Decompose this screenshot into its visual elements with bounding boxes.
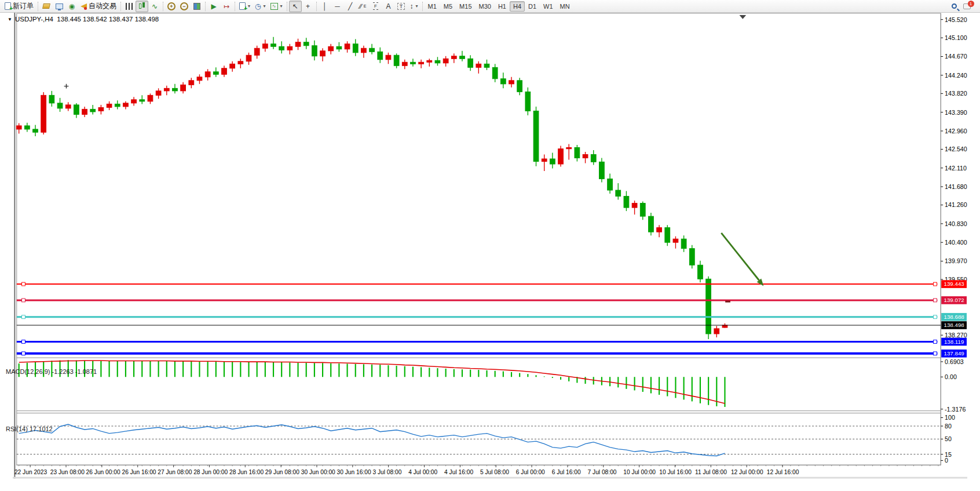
svg-text:141.680: 141.680 [945,183,967,190]
candle-body [41,95,46,132]
candle-body [131,100,137,103]
chart-dropdown-icon[interactable]: ▼ [8,17,12,22]
clock-icon: ◷ [255,3,261,10]
crosshair-icon: + [306,3,310,10]
search-button[interactable] [948,1,960,12]
svg-text:139.970: 139.970 [945,257,967,264]
new-order-button[interactable]: + 新订单 [2,1,36,12]
zoom-out-button[interactable]: − [178,1,191,12]
time-label: 4 Jul 00:00 [408,469,437,475]
periods-button[interactable]: ◷ ▾ [253,1,268,12]
time-label: 30 Jun 00:00 [301,469,335,475]
line-anchor[interactable] [22,352,25,355]
timeframe-mn[interactable]: MN [557,1,573,12]
tile-windows-button[interactable] [191,1,203,12]
new-order-icon: + [5,2,11,10]
market-depth-button[interactable] [40,1,53,12]
price-badge-label: 139.072 [944,297,964,303]
line-anchor[interactable] [934,299,937,302]
zoom-in-button[interactable]: + [165,1,178,12]
text-button[interactable]: A [382,1,395,12]
line-anchor[interactable] [934,352,937,355]
bar-chart-button[interactable] [123,1,136,12]
svg-text:144.240: 144.240 [945,72,967,79]
line-anchor[interactable] [22,340,25,344]
rsi-indicator-label: RSI(14) 17.1012 [6,425,53,432]
chevron-down-icon[interactable]: ▾ [248,3,250,9]
time-label: 26 Jun 00:00 [86,469,120,475]
templates-button[interactable]: ∿ ▾ [268,1,285,12]
chart-window[interactable]: 145.520145.100144.670144.240143.820143.3… [0,13,980,491]
timeframe-m1[interactable]: M1 [425,1,440,12]
line-anchor[interactable] [22,299,25,302]
time-label: 3 Jul 08:00 [372,469,401,475]
text-icon: A [386,3,391,10]
chart-shift-button[interactable]: ↦ [220,1,233,12]
text-label-icon: T [397,3,405,10]
line-anchor[interactable] [22,282,25,286]
chevron-down-icon[interactable]: ▾ [416,3,418,9]
time-label: 12 Jul 16:00 [767,469,799,475]
svg-text:142.110: 142.110 [945,165,967,172]
chevron-down-icon[interactable]: ▾ [264,3,266,9]
candlestick-chart-button[interactable] [136,1,148,12]
candle-body [550,159,555,164]
timeframe-h1[interactable]: H1 [495,1,510,12]
line-anchor[interactable] [934,340,937,344]
svg-text:0.00: 0.00 [945,373,957,380]
timeframe-h4[interactable]: H4 [510,1,525,12]
text-label-button[interactable]: T [395,1,408,12]
strategy-tester-button[interactable] [53,1,65,12]
arrows-button[interactable]: ↕ ▾ [408,1,420,12]
candle-body [279,46,284,50]
candle-body [665,228,670,243]
template-icon: ∿ [270,3,278,10]
svg-text:141.260: 141.260 [945,201,967,208]
main-toolbar: + 新订单 ◉ 自动交易 ∿ + − ▶ ↦ + ▾ ◷ ▾ ∿ ▾ ↖ + │… [0,0,980,13]
cursor-button[interactable]: ↖ [289,1,302,12]
chat-bubble-icon: 1 [963,3,971,9]
vertical-line-icon: │ [323,3,327,10]
time-label: 28 Jun 16:00 [229,469,264,475]
candle-body [451,56,456,59]
horizontal-line-button[interactable]: ─ [331,1,344,12]
candle-body [443,59,448,63]
crosshair-button[interactable]: + [302,1,315,12]
candle-body [698,265,703,279]
notifications-button[interactable]: 1 [960,1,973,12]
equidistant-channel-button[interactable]: ∕∕E [357,1,370,12]
auto-trading-button[interactable]: 自动交易 [78,1,119,12]
fibonacci-icon: F [373,2,378,10]
timeframe-d1[interactable]: D1 [525,1,540,12]
indicators-button[interactable]: + ▾ [237,1,253,12]
price-chart-canvas[interactable]: 145.520145.100144.670144.240143.820143.3… [0,13,980,491]
vertical-line-button[interactable]: │ [319,1,331,12]
chevron-down-icon[interactable]: ▾ [280,3,283,9]
auto-scroll-button[interactable]: ▶ [207,1,220,12]
svg-text:80: 80 [945,423,952,430]
candle-body [345,44,350,49]
candle-body [566,147,572,148]
line-anchor[interactable] [22,315,25,319]
timeframe-w1[interactable]: W1 [540,1,557,12]
candle-body [632,203,637,208]
toolbar-separator [163,2,163,11]
trendline-button[interactable]: ╱ [344,1,357,12]
timeframe-m5[interactable]: M5 [440,1,456,12]
line-anchor[interactable] [934,315,937,319]
fibonacci-button[interactable]: F [370,1,382,12]
line-anchor[interactable] [934,282,937,286]
candle-body [608,179,613,191]
toolbar-separator [235,2,235,11]
candle-body [173,88,178,91]
candle-body [320,51,326,56]
time-label: 5 Jul 08:00 [480,469,509,475]
chart-shift-icon: ↦ [224,3,229,10]
timeframe-m30[interactable]: M30 [476,1,495,12]
timeframe-m15[interactable]: M15 [456,1,475,12]
trendline-icon: ╱ [348,3,352,10]
signals-button[interactable]: ◉ [65,1,78,12]
bar-chart-icon [126,3,133,10]
line-chart-button[interactable]: ∿ [148,1,161,12]
candle-body [649,216,654,232]
